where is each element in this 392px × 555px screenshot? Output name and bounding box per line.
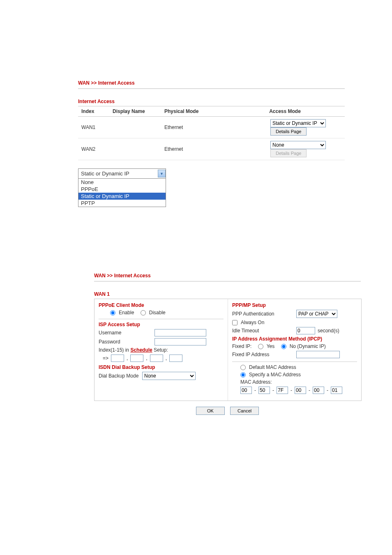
- divider: [94, 281, 361, 281]
- schedule-link[interactable]: Schedule: [130, 347, 152, 353]
- ppp-mp-setup-title: PPP/MP Setup: [232, 302, 357, 308]
- schedule-index-3[interactable]: [150, 355, 163, 362]
- always-on-checkbox[interactable]: [232, 320, 238, 325]
- row-physical-mode: Ethernet: [161, 117, 225, 138]
- pppoe-enable-radio[interactable]: [110, 310, 115, 315]
- divider: [232, 362, 357, 362]
- username-label: Username: [99, 330, 152, 336]
- mac-octet-1[interactable]: [240, 387, 252, 394]
- mac-specify-radio[interactable]: [240, 372, 246, 378]
- seconds-label: second(s): [318, 328, 339, 334]
- pppoe-disable-label: Disable: [149, 310, 166, 315]
- col-access-mode: Access Mode: [225, 106, 345, 117]
- password-input[interactable]: [154, 338, 206, 345]
- mac-address-label: MAC Address:: [240, 379, 272, 385]
- idle-timeout-label: Idle Timeout: [232, 328, 294, 334]
- pppoe-client-mode-title: PPPoE Client Mode: [99, 302, 224, 308]
- ppp-auth-label: PPP Authentication: [232, 311, 294, 317]
- row-display-name: [109, 117, 161, 138]
- fixed-ip-no-label: No (Dynamic IP): [290, 343, 326, 349]
- mac-default-radio[interactable]: [240, 365, 246, 370]
- ok-button[interactable]: OK: [196, 407, 225, 415]
- pppoe-enable-label: Enable: [119, 310, 134, 315]
- access-mode-dropdown-open[interactable]: Static or Dynamic IP ▼ None PPPoE Static…: [78, 168, 166, 207]
- pppoe-disable-radio[interactable]: [141, 310, 146, 315]
- col-physical-mode: Physical Mode: [161, 106, 225, 117]
- dropdown-selected: Static or Dynamic IP: [81, 170, 129, 177]
- details-page-button-wan1[interactable]: Details Page: [270, 127, 307, 136]
- dropdown-option-pppoe[interactable]: PPPoE: [78, 186, 166, 193]
- fixed-ip-yes-label: Yes: [267, 343, 275, 349]
- row-index: WAN1: [78, 117, 109, 138]
- dial-backup-mode-label: Dial Backup Mode: [99, 373, 140, 379]
- breadcrumb: WAN >> Internet Access: [78, 80, 345, 88]
- schedule-pre: Index(1-15) in: [99, 347, 130, 353]
- ipcp-title: IP Address Assignment Method (IPCP): [232, 336, 357, 342]
- row-index: WAN2: [78, 138, 109, 160]
- col-index: Index: [78, 106, 109, 117]
- access-mode-select-wan1[interactable]: Static or Dynamic IP: [270, 119, 326, 127]
- internet-access-title: Internet Access: [78, 99, 345, 104]
- mac-octet-4[interactable]: [295, 387, 306, 394]
- internet-access-table: Index Display Name Physical Mode Access …: [78, 106, 345, 160]
- cancel-button[interactable]: Cancel: [230, 407, 259, 415]
- fixed-ip-no-radio[interactable]: [281, 344, 286, 349]
- mac-octet-6[interactable]: [331, 387, 342, 394]
- mac-octet-3[interactable]: [277, 387, 288, 394]
- password-label: Password: [99, 339, 152, 345]
- details-page-button-wan2: Details Page: [270, 149, 307, 157]
- col-display-name: Display Name: [109, 106, 161, 117]
- row-display-name: [109, 138, 161, 160]
- fixed-ip-address-label: Fixed IP Address: [232, 352, 294, 357]
- fixed-ip-yes-radio[interactable]: [258, 344, 263, 349]
- dropdown-option-none[interactable]: None: [78, 179, 166, 186]
- divider: [99, 319, 224, 319]
- isdn-dial-backup-title: ISDN Dial Backup Setup: [99, 364, 224, 370]
- access-mode-select-wan2[interactable]: None: [270, 141, 326, 149]
- dial-backup-mode-select[interactable]: None: [142, 372, 196, 380]
- fixed-ip-label: Fixed IP:: [232, 343, 251, 349]
- mac-default-label: Default MAC Address: [249, 364, 296, 370]
- idle-timeout-input[interactable]: [296, 327, 315, 334]
- isp-access-setup-title: ISP Access Setup: [99, 322, 224, 327]
- wan1-panel: PPPoE Client Mode Enable Disable ISP Acc…: [94, 299, 362, 401]
- row-physical-mode: Ethernet: [161, 138, 225, 160]
- divider: [78, 88, 345, 89]
- dropdown-option-pptp[interactable]: PPTP: [78, 200, 166, 207]
- chevron-down-icon[interactable]: ▼: [158, 170, 166, 177]
- schedule-index-4[interactable]: [169, 355, 182, 362]
- ppp-auth-select[interactable]: PAP or CHAP: [296, 310, 337, 318]
- table-row: WAN1 Ethernet Static or Dynamic IP Detai…: [78, 117, 345, 138]
- always-on-label: Always On: [241, 320, 264, 325]
- wan1-title: WAN 1: [94, 291, 361, 297]
- breadcrumb: WAN >> Internet Access: [94, 273, 361, 281]
- schedule-index-2[interactable]: [130, 355, 143, 362]
- username-input[interactable]: [154, 329, 206, 336]
- schedule-arrow: =>: [103, 355, 108, 361]
- mac-octet-2[interactable]: [258, 387, 270, 394]
- mac-specify-label: Specify a MAC Address: [249, 372, 301, 378]
- table-row: WAN2 Ethernet None Details Page: [78, 138, 345, 160]
- dropdown-option-static-dynamic[interactable]: Static or Dynamic IP: [78, 193, 166, 200]
- fixed-ip-address-input[interactable]: [296, 351, 340, 358]
- mac-octet-5[interactable]: [313, 387, 324, 394]
- schedule-post: Setup:: [152, 347, 168, 353]
- schedule-index-1[interactable]: [111, 355, 124, 362]
